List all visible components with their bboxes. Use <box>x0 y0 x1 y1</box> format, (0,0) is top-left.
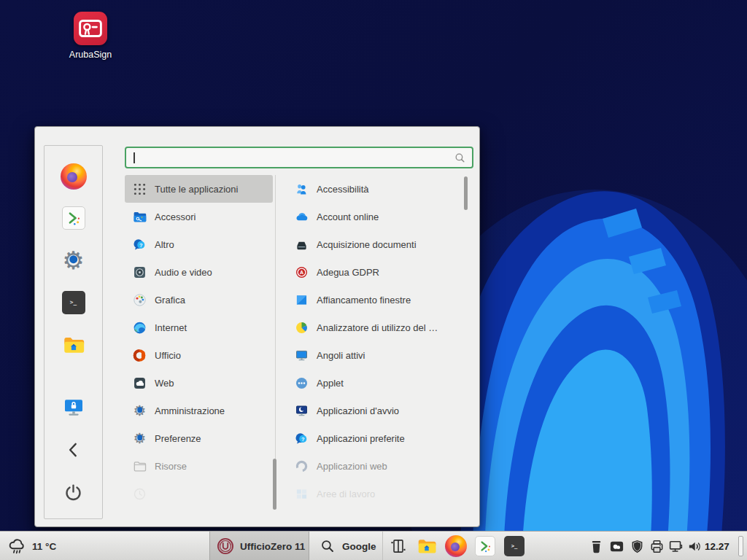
favorite-firefox[interactable] <box>44 163 102 190</box>
printer-icon <box>649 538 665 555</box>
firefox-icon <box>445 535 467 557</box>
app-item[interactable]: Affiancamento finestre <box>287 286 466 314</box>
favorite-power[interactable] <box>44 483 102 502</box>
category-item[interactable]: Ufficio <box>125 341 273 369</box>
clock-faint-icon <box>132 486 147 502</box>
category-item[interactable]: Preferenze <box>125 424 273 452</box>
app-item[interactable]: Account online <box>287 203 466 230</box>
file-manager-icon <box>61 332 86 357</box>
google-search-button[interactable]: Google <box>309 532 383 560</box>
tray-printer[interactable] <box>649 532 665 560</box>
gdpr-icon: A <box>294 265 309 280</box>
weather-temperature: 11 °C <box>32 541 56 552</box>
internet-icon <box>132 320 147 335</box>
shield-icon <box>629 538 646 555</box>
favorite-chevron-left[interactable] <box>44 440 102 459</box>
category-item[interactable]: Tutte le applicazioni <box>125 175 273 203</box>
applications-scrollbar[interactable] <box>464 176 468 210</box>
category-label: Internet <box>155 322 187 333</box>
ufficiozero-logo-icon <box>216 537 235 556</box>
office-icon <box>132 348 147 363</box>
monitor-blue-icon <box>294 348 309 363</box>
scanner-icon <box>294 237 309 252</box>
clock-applet[interactable]: 12.27 <box>705 532 729 560</box>
app-label: Affiancamento finestre <box>317 295 411 306</box>
settings-gear-icon <box>61 248 86 273</box>
category-item[interactable]: Web <box>125 369 273 397</box>
categories-list: Tutte le applicazioni Accessori ?Altro A… <box>125 127 275 528</box>
arubasign-icon <box>74 12 107 45</box>
app-label: Accessibilità <box>317 184 369 195</box>
category-item[interactable]: Audio e video <box>125 258 273 286</box>
category-label: Preferenze <box>155 433 201 444</box>
favorites-sidebar <box>44 145 103 519</box>
tray-screenshot[interactable] <box>608 532 625 560</box>
category-item[interactable]: Internet <box>125 314 273 341</box>
app-item[interactable]: Applicazioni d'avvio <box>287 397 466 424</box>
category-item[interactable]: Amministrazione <box>125 397 273 424</box>
tray-network[interactable] <box>667 532 684 560</box>
power-icon <box>63 483 83 502</box>
tray-trash[interactable] <box>588 532 605 560</box>
web-icon <box>132 376 147 391</box>
app-label: Adegua GDPR <box>317 267 379 278</box>
app-item[interactable]: Applet <box>287 369 466 397</box>
app-label: Applet <box>317 378 344 389</box>
app-item[interactable]: Accessibilità <box>287 175 466 203</box>
category-item[interactable]: Risorse <box>125 452 273 480</box>
categories-scrollbar[interactable] <box>273 459 276 510</box>
taskbar-launcher-software-manager[interactable] <box>475 532 495 560</box>
desktop-icon-arubasign[interactable]: ArubaSign <box>57 12 124 60</box>
weather-applet[interactable]: 11 °C <box>7 532 56 560</box>
app-label: Applicazioni preferite <box>317 433 405 444</box>
weather-rain-icon <box>7 537 27 556</box>
app-label: Acquisizione documenti <box>317 239 417 250</box>
taskbar-launcher-firefox[interactable] <box>445 532 467 560</box>
app-item[interactable]: Angoli attivi <box>287 341 466 369</box>
taskbar-launcher-terminal-dark[interactable] <box>504 532 525 560</box>
category-label: Altro <box>155 239 174 250</box>
app-item[interactable]: AAdegua GDPR <box>287 258 466 286</box>
favorite-lock-screen[interactable] <box>44 396 102 419</box>
favorite-settings-gear[interactable] <box>44 248 102 273</box>
graphics-icon <box>132 292 147 308</box>
app-label: Account online <box>317 211 379 222</box>
folder-outline-icon <box>132 459 147 474</box>
favorite-software-manager[interactable] <box>44 206 102 230</box>
category-label: Accessori <box>155 211 196 222</box>
trash-icon <box>588 538 605 555</box>
favorite-terminal-dark[interactable] <box>44 291 102 314</box>
firefox-icon <box>61 163 87 190</box>
taskbar-launcher-window-list[interactable] <box>389 532 408 560</box>
svg-text:A: A <box>300 270 303 275</box>
desktop-icon-label: ArubaSign <box>57 50 124 60</box>
category-label: Risorse <box>155 461 187 472</box>
file-manager-icon <box>416 535 438 557</box>
app-label: Applicazioni web <box>317 461 387 472</box>
tray-shield[interactable] <box>629 532 646 560</box>
webapp-arc-icon <box>294 459 309 474</box>
app-item[interactable]: Analizzatore di utilizzo del … <box>287 314 466 341</box>
lock-screen-icon <box>62 396 85 419</box>
show-desktop-strip[interactable] <box>738 536 743 556</box>
app-item[interactable]: Acquisizione documenti <box>287 230 466 258</box>
menu-button[interactable]: UfficioZero 11 <box>209 532 309 560</box>
favorite-file-manager[interactable] <box>44 332 102 357</box>
app-item[interactable]: ?Applicazioni preferite <box>287 424 466 452</box>
app-label: Analizzatore di utilizzo del … <box>317 322 438 333</box>
category-label: Tutte le applicazioni <box>155 184 238 195</box>
taskbar-launcher-file-manager[interactable] <box>416 532 438 560</box>
accessories-icon <box>132 209 147 225</box>
audio-video-icon <box>132 265 147 280</box>
category-item[interactable]: ?Altro <box>125 230 273 258</box>
category-item[interactable] <box>125 480 273 508</box>
category-item[interactable]: Grafica <box>125 286 273 314</box>
terminal-dark-icon <box>62 291 85 314</box>
gear-blue-icon <box>132 403 147 419</box>
tray-volume[interactable] <box>686 532 703 560</box>
startup-apps-icon <box>294 403 309 419</box>
app-item[interactable]: Applicazioni web <box>287 452 466 480</box>
app-item[interactable]: Aree di lavoro <box>287 480 466 508</box>
category-item[interactable]: Accessori <box>125 203 273 230</box>
window-tile-icon <box>294 292 309 308</box>
